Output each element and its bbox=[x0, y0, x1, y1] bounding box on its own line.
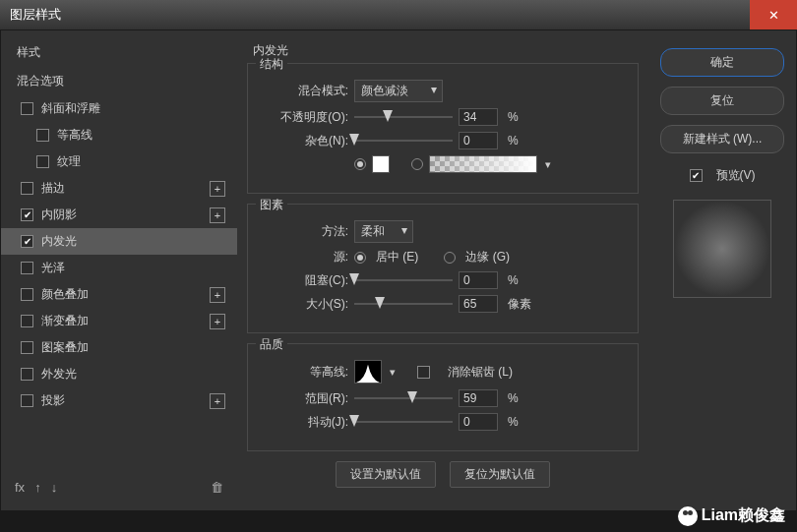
trash-icon[interactable]: 🗑 bbox=[211, 480, 223, 495]
add-effect-icon[interactable]: + bbox=[210, 207, 225, 223]
noise-input[interactable]: 0 bbox=[459, 132, 498, 149]
preview-thumbnail bbox=[673, 200, 771, 298]
preview-label[interactable]: 预览(V) bbox=[716, 167, 756, 184]
gradient-radio[interactable] bbox=[411, 158, 423, 170]
quality-group: 品质 等高线: ▾ 消除锯齿 (L) 范围(R): 59 % 抖动(J): bbox=[247, 343, 639, 451]
sidebar-item-label: 渐变叠加 bbox=[41, 313, 89, 329]
choke-input[interactable]: 0 bbox=[459, 271, 498, 289]
main-panel: 内发光 结构 混合模式: 颜色减淡 不透明度(O): 34 % 杂色(N): 0… bbox=[237, 30, 648, 510]
add-effect-icon[interactable]: + bbox=[210, 393, 225, 409]
watermark: Liam赖俊鑫 bbox=[678, 505, 785, 526]
reset-default-button[interactable]: 复位为默认值 bbox=[450, 461, 550, 488]
source-label: 源: bbox=[260, 249, 348, 266]
sidebar-item-label: 等高线 bbox=[57, 127, 92, 144]
source-edge-radio[interactable] bbox=[444, 252, 456, 264]
sidebar-item-10[interactable]: 外发光 bbox=[1, 361, 237, 387]
sidebar-item-1[interactable]: 等高线 bbox=[1, 122, 237, 148]
gradient-open-icon[interactable]: ▾ bbox=[545, 158, 551, 171]
opacity-label: 不透明度(O): bbox=[260, 109, 348, 126]
add-effect-icon[interactable]: + bbox=[210, 314, 225, 329]
add-effect-icon[interactable]: + bbox=[210, 287, 225, 303]
noise-unit: % bbox=[508, 134, 519, 148]
fx-menu[interactable]: fx bbox=[15, 480, 25, 495]
sidebar-checkbox-11[interactable] bbox=[21, 394, 33, 407]
watermark-text: Liam赖俊鑫 bbox=[702, 505, 785, 526]
blendmode-select[interactable]: 颜色减淡 bbox=[354, 80, 443, 102]
titlebar: 图层样式 ✕ bbox=[0, 0, 797, 30]
window-buttons: ✕ bbox=[750, 0, 797, 30]
sidebar-item-2[interactable]: 纹理 bbox=[1, 148, 237, 175]
sidebar-item-0[interactable]: 斜面和浮雕 bbox=[1, 95, 237, 122]
gradient-swatch[interactable] bbox=[429, 155, 537, 173]
cancel-button[interactable]: 复位 bbox=[660, 87, 784, 115]
sidebar-item-9[interactable]: 图案叠加 bbox=[1, 334, 237, 361]
opacity-slider[interactable] bbox=[354, 110, 453, 124]
source-center-radio[interactable] bbox=[354, 252, 366, 264]
sidebar-checkbox-7[interactable] bbox=[21, 288, 33, 301]
sidebar-item-8[interactable]: 渐变叠加+ bbox=[1, 308, 237, 334]
sidebar-checkbox-8[interactable] bbox=[21, 315, 33, 327]
sidebar-item-label: 内发光 bbox=[41, 233, 77, 250]
structure-group: 结构 混合模式: 颜色减淡 不透明度(O): 34 % 杂色(N): 0 % bbox=[247, 63, 639, 194]
sidebar-checkbox-10[interactable] bbox=[21, 368, 33, 381]
move-up-icon[interactable]: ↑ bbox=[34, 480, 41, 495]
range-unit: % bbox=[508, 391, 519, 405]
sidebar-item-4[interactable]: 内阴影+ bbox=[1, 202, 237, 228]
size-input[interactable]: 65 bbox=[459, 295, 498, 313]
contour-picker[interactable] bbox=[354, 360, 382, 384]
new-style-button[interactable]: 新建样式 (W)... bbox=[660, 125, 784, 153]
jitter-input[interactable]: 0 bbox=[459, 413, 498, 431]
quality-legend: 品质 bbox=[256, 336, 287, 353]
noise-slider[interactable] bbox=[354, 134, 453, 148]
move-down-icon[interactable]: ↓ bbox=[51, 480, 58, 495]
structure-legend: 结构 bbox=[256, 56, 287, 73]
choke-slider[interactable] bbox=[354, 273, 453, 287]
sidebar-item-3[interactable]: 描边+ bbox=[1, 175, 237, 202]
sidebar-checkbox-2[interactable] bbox=[36, 155, 49, 168]
color-swatch[interactable] bbox=[372, 155, 390, 173]
opacity-input[interactable]: 34 bbox=[459, 108, 498, 126]
sidebar-item-7[interactable]: 颜色叠加+ bbox=[1, 281, 237, 308]
size-unit: 像素 bbox=[508, 296, 531, 313]
add-effect-icon[interactable]: + bbox=[210, 181, 225, 197]
size-label: 大小(S): bbox=[260, 296, 348, 313]
preview-checkbox[interactable] bbox=[690, 169, 703, 182]
choke-unit: % bbox=[508, 273, 519, 287]
sidebar-item-6[interactable]: 光泽 bbox=[1, 255, 237, 281]
sidebar-checkbox-1[interactable] bbox=[36, 129, 49, 142]
contour-open-icon[interactable]: ▾ bbox=[390, 366, 396, 379]
ok-button[interactable]: 确定 bbox=[660, 48, 784, 77]
source-center-label[interactable]: 居中 (E) bbox=[376, 249, 418, 266]
technique-select[interactable]: 柔和 bbox=[354, 220, 413, 243]
antialias-checkbox[interactable] bbox=[417, 366, 430, 379]
sidebar-item-11[interactable]: 投影+ bbox=[1, 387, 237, 414]
antialias-label[interactable]: 消除锯齿 (L) bbox=[448, 364, 513, 381]
sidebar-footer: fx ↑ ↓ 🗑 bbox=[1, 472, 237, 502]
sidebar-checkbox-9[interactable] bbox=[21, 341, 33, 354]
color-radio[interactable] bbox=[354, 158, 366, 170]
size-slider[interactable] bbox=[354, 297, 453, 311]
close-button[interactable]: ✕ bbox=[750, 0, 797, 30]
sidebar-checkbox-3[interactable] bbox=[21, 182, 33, 195]
sidebar-item-5[interactable]: 内发光 bbox=[1, 228, 237, 255]
sidebar-item-label: 描边 bbox=[41, 180, 65, 197]
sidebar-item-label: 光泽 bbox=[41, 260, 65, 276]
dialog-body: 样式 混合选项 斜面和浮雕等高线纹理描边+内阴影+内发光光泽颜色叠加+渐变叠加+… bbox=[0, 30, 797, 511]
make-default-button[interactable]: 设置为默认值 bbox=[336, 461, 436, 488]
jitter-unit: % bbox=[508, 415, 519, 429]
sidebar-item-label: 纹理 bbox=[57, 153, 81, 170]
jitter-slider[interactable] bbox=[354, 415, 453, 429]
range-input[interactable]: 59 bbox=[459, 389, 498, 407]
sidebar-checkbox-6[interactable] bbox=[21, 262, 33, 274]
choke-label: 阻塞(C): bbox=[260, 272, 348, 289]
jitter-label: 抖动(J): bbox=[260, 414, 348, 431]
source-edge-label[interactable]: 边缘 (G) bbox=[465, 249, 510, 266]
weibo-icon bbox=[678, 506, 698, 526]
sidebar-checkbox-0[interactable] bbox=[21, 102, 33, 115]
sidebar-checkbox-4[interactable] bbox=[21, 208, 33, 221]
sidebar-item-label: 图案叠加 bbox=[41, 339, 89, 356]
sidebar-checkbox-5[interactable] bbox=[21, 235, 33, 248]
blending-options[interactable]: 混合选项 bbox=[1, 67, 237, 95]
elements-group: 图素 方法: 柔和 源: 居中 (E) 边缘 (G) 阻塞(C): 0 % 大小… bbox=[247, 204, 639, 333]
range-slider[interactable] bbox=[354, 391, 453, 405]
